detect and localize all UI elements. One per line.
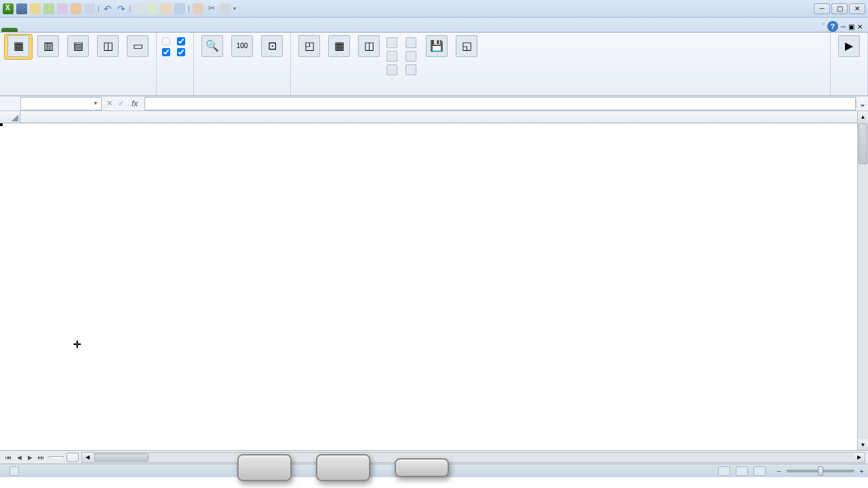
- shift-key: [316, 454, 370, 481]
- sync-scroll-button[interactable]: [403, 50, 421, 62]
- unhide-icon: [387, 64, 397, 75]
- new-window-button[interactable]: ◰: [295, 34, 323, 60]
- qat-icon[interactable]: [220, 3, 231, 14]
- formula-input[interactable]: [144, 97, 856, 110]
- window-controls: ─ ▢ ✕: [814, 3, 865, 14]
- headings-checkbox[interactable]: [176, 47, 189, 57]
- maximize-button[interactable]: ▢: [831, 3, 848, 14]
- scroll-thumb[interactable]: [859, 123, 867, 164]
- qat-icon[interactable]: [161, 3, 172, 14]
- full-screen-button[interactable]: ▭: [123, 34, 152, 60]
- new-sheet-button[interactable]: [66, 453, 79, 462]
- prev-sheet-button[interactable]: ◀: [14, 452, 24, 463]
- scroll-left-icon[interactable]: ◀: [82, 453, 93, 462]
- column-headers: [0, 111, 868, 123]
- split-button[interactable]: [384, 37, 402, 49]
- group-label: [161, 93, 189, 94]
- unhide-button[interactable]: [384, 64, 402, 76]
- horizontal-scrollbar[interactable]: ◀ ▶: [81, 452, 865, 463]
- side-icon: [406, 37, 416, 48]
- close-button[interactable]: ✕: [849, 3, 865, 14]
- redo-icon[interactable]: ↷: [116, 3, 127, 14]
- save-icon[interactable]: [16, 3, 27, 14]
- zoom-100-icon: 100: [231, 35, 253, 57]
- undo-icon[interactable]: ↶: [102, 3, 113, 14]
- sheet-tab[interactable]: [49, 455, 64, 458]
- qat-icon[interactable]: [84, 3, 95, 14]
- help-icon[interactable]: ?: [827, 21, 838, 32]
- page-break-button[interactable]: ▤: [64, 34, 92, 60]
- hide-icon: [387, 51, 397, 62]
- cut-icon[interactable]: ✂: [206, 3, 217, 14]
- cancel-icon[interactable]: ✕: [104, 99, 115, 108]
- first-sheet-button[interactable]: ⏮: [3, 452, 14, 463]
- fx-button[interactable]: fx: [127, 99, 142, 108]
- enter-icon[interactable]: ✓: [116, 99, 126, 108]
- reset-icon: [406, 64, 416, 75]
- doc-restore-button[interactable]: ▣: [848, 23, 854, 30]
- ribbon-tabs: ˇ ? ─ ▣ ✕: [0, 18, 868, 33]
- zoom-in-button[interactable]: +: [860, 467, 864, 475]
- macros-group: ▶: [831, 33, 868, 96]
- qat-icon[interactable]: [193, 3, 203, 14]
- select-all-button[interactable]: [0, 111, 20, 123]
- hide-button[interactable]: [384, 50, 402, 62]
- file-tab[interactable]: [1, 28, 18, 32]
- switch-windows-button[interactable]: ◱: [452, 34, 481, 60]
- reset-position-button[interactable]: [403, 64, 421, 76]
- ruler-checkbox[interactable]: [161, 37, 174, 46]
- group-label: [295, 93, 826, 94]
- cell-cursor-icon: ✛: [73, 339, 81, 350]
- expand-formula-icon[interactable]: ⌄: [856, 99, 868, 108]
- name-box[interactable]: ▼: [20, 97, 102, 110]
- macro-record-icon[interactable]: [9, 466, 19, 476]
- qat-icon[interactable]: [43, 3, 54, 14]
- sync-icon: [406, 51, 416, 62]
- zoom-selection-button[interactable]: ⊡: [258, 34, 286, 60]
- scroll-up-icon[interactable]: ▲: [858, 111, 868, 122]
- scroll-right-icon[interactable]: ▶: [854, 453, 865, 462]
- gridlines-checkbox[interactable]: [161, 47, 174, 57]
- zoom-button[interactable]: 🔍: [198, 34, 226, 60]
- side-by-side-button[interactable]: [403, 37, 421, 49]
- page-break-icon: ▤: [67, 35, 89, 57]
- custom-views-button[interactable]: ◫: [94, 34, 122, 60]
- zoom-group: 🔍 100 ⊡: [194, 33, 291, 96]
- next-sheet-button[interactable]: ▶: [24, 452, 35, 463]
- keyboard-shortcut-overlay: [237, 454, 449, 481]
- split-icon: [387, 37, 397, 48]
- view-break-icon[interactable]: [753, 466, 766, 476]
- excel-icon[interactable]: [3, 3, 14, 14]
- qat-icon[interactable]: [57, 3, 68, 14]
- macros-button[interactable]: ▶: [835, 34, 863, 60]
- view-normal-icon[interactable]: [718, 466, 730, 476]
- zoom-slider[interactable]: [787, 470, 854, 472]
- minimize-ribbon-icon[interactable]: ˇ: [823, 23, 825, 30]
- arrange-all-button[interactable]: ▦: [325, 34, 353, 60]
- normal-view-icon: ▦: [7, 35, 29, 57]
- doc-close-button[interactable]: ✕: [857, 23, 863, 30]
- qat-icon[interactable]: [147, 3, 158, 14]
- qat-icon[interactable]: [174, 3, 185, 14]
- qat-icon[interactable]: [134, 3, 144, 14]
- doc-minimize-button[interactable]: ─: [841, 23, 846, 30]
- zoom-out-button[interactable]: −: [776, 467, 781, 475]
- custom-views-icon: ◫: [97, 35, 119, 57]
- scroll-thumb[interactable]: [94, 453, 149, 462]
- scroll-down-icon[interactable]: ▼: [858, 439, 868, 450]
- last-sheet-button[interactable]: ⏭: [35, 452, 46, 463]
- save-workspace-button[interactable]: 💾: [422, 34, 451, 60]
- formula-bar-checkbox[interactable]: [176, 37, 189, 46]
- page-layout-button[interactable]: ▥: [34, 34, 62, 60]
- page-layout-icon: ▥: [37, 35, 59, 57]
- minimize-button[interactable]: ─: [814, 3, 830, 14]
- view-layout-icon[interactable]: [736, 466, 748, 476]
- normal-view-button[interactable]: ▦: [4, 34, 33, 60]
- spreadsheet-grid: ▲ ▼ ✛: [0, 111, 868, 450]
- vertical-scrollbar[interactable]: ▲ ▼: [857, 111, 868, 450]
- zoom-100-button[interactable]: 100: [228, 34, 256, 60]
- qat-icon[interactable]: [71, 3, 81, 14]
- freeze-panes-button[interactable]: ◫: [355, 34, 383, 60]
- group-label: [198, 93, 286, 94]
- qat-icon[interactable]: [30, 3, 41, 14]
